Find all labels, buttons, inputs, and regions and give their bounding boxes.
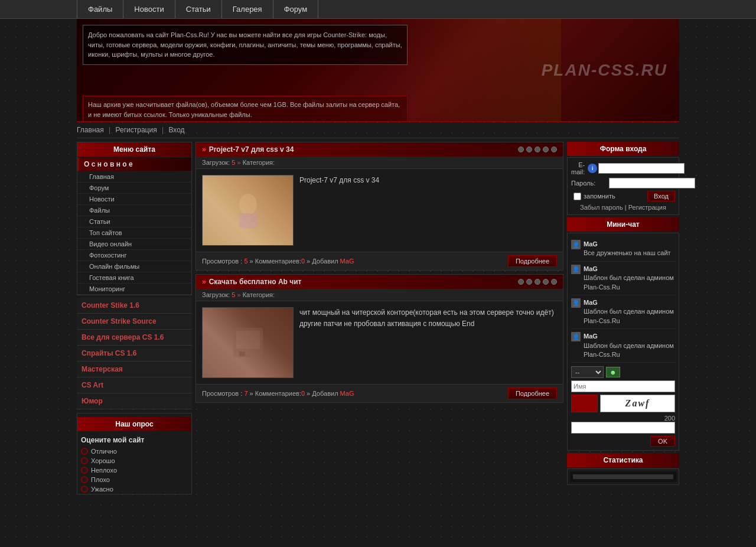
breadcrumb-home[interactable]: Главная: [77, 126, 104, 134]
sidebar-basic-title: О с н о в н о е: [77, 158, 191, 171]
sidebar-link-home[interactable]: Главная: [77, 171, 191, 183]
main-content: Project-7 v7 для css v 34 Загрузок: 5 » …: [195, 142, 563, 497]
breadcrumb: Главная | Регистрация | Вход: [77, 122, 679, 138]
chat-msg-text-1: MaG Все дружненько на наш сайт: [584, 240, 671, 258]
nav-articles[interactable]: Статьи: [175, 0, 222, 18]
poll-question: Оцените мой сайт: [77, 434, 191, 447]
sidebar-link-top[interactable]: Топ сайтов: [77, 227, 191, 239]
post-dot-10: [551, 279, 557, 285]
poll-option-notbad[interactable]: Неплохо: [77, 465, 191, 475]
captcha-image: Zawf: [600, 395, 675, 412]
poll-option-good[interactable]: Хорошо: [77, 456, 191, 465]
sidebar-right: Форма входа E-mail: i Пароль: запомнить …: [567, 142, 679, 497]
chat-avatar-3: 👤: [571, 298, 581, 308]
captcha-red-box: [571, 395, 598, 412]
chat-msg-text-4: MaG Шаблон был сделан админом Plan-Css.R…: [584, 332, 675, 359]
sidebar-cat-humor[interactable]: Юмор: [77, 393, 192, 409]
poll-radio-terrible[interactable]: [81, 486, 88, 493]
post-dot-2: [526, 146, 532, 152]
breadcrumb-register[interactable]: Регистрация: [116, 126, 157, 134]
post-2-footer: Просмотров : 7 » Комментариев:0 » Добави…: [196, 384, 563, 402]
chat-emoji-button[interactable]: ☻: [606, 367, 620, 377]
poll-option-bad[interactable]: Плохо: [77, 475, 191, 484]
post-2-more-button[interactable]: Подробнее: [508, 388, 557, 399]
sidebar-link-articles[interactable]: Статьи: [77, 216, 191, 227]
remember-row: запомнить Вход: [571, 191, 675, 201]
post-1-more-button[interactable]: Подробнее: [508, 255, 557, 267]
post-2: Скачать бесплатно Ab чит Загрузок: 5 » К…: [195, 274, 563, 403]
sidebar-link-forum[interactable]: Форум: [77, 183, 191, 194]
sidebar-cat-sprites[interactable]: Спрайты CS 1.6: [77, 346, 192, 362]
svg-rect-3: [236, 331, 260, 349]
sidebar-cat-server[interactable]: Все для сервера CS 1.6: [77, 330, 192, 346]
sidebar-link-photo[interactable]: Фотохостинг: [77, 250, 191, 261]
post-dot-5: [551, 146, 557, 152]
chat-msg-text-2: MaG Шаблон был сделан админом Plan-Css.R…: [584, 265, 675, 292]
register-link[interactable]: Регистрация: [628, 204, 666, 211]
sidebar-cat-art[interactable]: CS Art: [77, 377, 192, 393]
post-1-header: Project-7 v7 для css v 34: [196, 142, 563, 157]
post-2-header: Скачать бесплатно Ab чит: [196, 275, 563, 289]
post-1-title: Project-7 v7 для css v 34: [202, 145, 294, 154]
banner-welcome-text: Добро пожаловать на сайт Plan-Css.Ru! У …: [83, 25, 408, 65]
login-button[interactable]: Вход: [647, 191, 675, 201]
password-row: Пароль:: [571, 178, 675, 188]
post-1-thumbnail: [202, 175, 294, 246]
poll-radio-excellent[interactable]: [81, 448, 88, 455]
chat-ok-button[interactable]: OK: [650, 436, 675, 447]
email-input[interactable]: [598, 163, 685, 174]
post-1-body: Project-7 v7 для css v 34: [196, 169, 563, 252]
poll-radio-notbad[interactable]: [81, 467, 88, 474]
password-input[interactable]: [609, 178, 695, 188]
login-form-title: Форма входа: [567, 142, 679, 156]
svg-rect-4: [239, 351, 245, 356]
nav-forum[interactable]: Форум: [273, 0, 319, 18]
captcha-number: 200: [571, 415, 675, 422]
remember-checkbox[interactable]: [573, 193, 581, 200]
post-2-text: чит мощный на читерской конторе(которая …: [299, 307, 557, 378]
remember-label: запомнить: [584, 193, 615, 200]
sidebar-left: Меню сайта О с н о в н о е Главная Форум…: [77, 142, 192, 497]
chat-title: Мини-чат: [567, 217, 679, 232]
chat-format-select[interactable]: --: [571, 366, 604, 378]
chat-message-input[interactable]: [571, 422, 675, 434]
post-2-dots: [518, 279, 557, 285]
chat-avatar-1: 👤: [571, 240, 581, 249]
post-dot-6: [518, 279, 524, 285]
nav-news[interactable]: Новости: [123, 0, 175, 18]
post-2-meta: Загрузок: 5 » Категория:: [196, 289, 563, 301]
sidebar-cat-workshop[interactable]: Мастерская: [77, 362, 192, 377]
poll-option-excellent[interactable]: Отлично: [77, 447, 191, 456]
sidebar-link-films[interactable]: Онлайн фильмы: [77, 261, 191, 272]
stats-box: [567, 468, 679, 485]
poll-radio-good[interactable]: [81, 457, 88, 464]
sidebar-link-monitor[interactable]: Мониторинг: [77, 284, 191, 295]
poll-option-terrible[interactable]: Ужасно: [77, 484, 191, 494]
sidebar-poll-title: Наш опрос: [77, 417, 191, 431]
sidebar-link-files[interactable]: Файлы: [77, 205, 191, 216]
sidebar-link-news[interactable]: Новости: [77, 194, 191, 205]
poll-radio-bad[interactable]: [81, 476, 88, 483]
nav-files[interactable]: Файлы: [77, 0, 123, 18]
sidebar-cat-css[interactable]: Counter Strike Source: [77, 314, 192, 330]
email-row: E-mail: i: [571, 161, 675, 175]
chat-msg-1: 👤 MaG Все дружненько на наш сайт: [571, 237, 675, 262]
chat-msg-2: 👤 MaG Шаблон был сделан админом Plan-Css…: [571, 262, 675, 295]
chat-name-input[interactable]: [571, 380, 675, 392]
post-dot-8: [535, 279, 540, 285]
post-dot-4: [543, 146, 549, 152]
post-2-image: [203, 308, 293, 377]
stats-title: Статистика: [567, 453, 679, 467]
sidebar-link-guest[interactable]: Гостевая книга: [77, 272, 191, 284]
password-label: Пароль:: [571, 180, 595, 187]
site-logo: PLAN-CSS.RU: [542, 61, 667, 80]
email-label: E-mail:: [571, 161, 585, 175]
breadcrumb-login[interactable]: Вход: [168, 126, 184, 134]
nav-gallery[interactable]: Галерея: [221, 0, 273, 18]
sidebar-cat-cs16[interactable]: Counter Stike 1.6: [77, 298, 192, 314]
post-1: Project-7 v7 для css v 34 Загрузок: 5 » …: [195, 142, 563, 271]
sidebar-link-video[interactable]: Видео онлайн: [77, 239, 191, 250]
post-1-image: [203, 175, 293, 245]
forgot-password-link[interactable]: Забыл пароль: [580, 204, 623, 211]
chat-msg-text-3: MaG Шаблон был сделан админом Plan-Css.R…: [584, 298, 675, 325]
